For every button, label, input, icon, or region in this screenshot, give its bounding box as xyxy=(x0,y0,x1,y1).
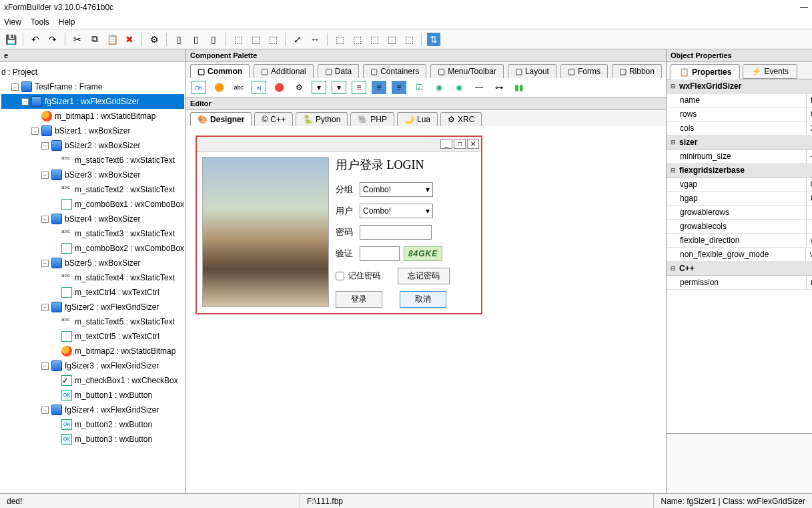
tree-item[interactable]: −fgSizer4 : wxFlexGridSizer xyxy=(1,403,184,417)
prop-value[interactable]: wxBOTH xyxy=(807,234,812,247)
prop-row[interactable]: growablecols xyxy=(667,220,812,234)
tree-item[interactable]: m_textCtrl4 : wxTextCtrl xyxy=(1,285,184,300)
line-widget-icon[interactable]: — xyxy=(472,81,486,94)
object-tree[interactable]: d : Project−TestFrame : Frame−fgSizer1 :… xyxy=(0,62,185,493)
radio2-widget-icon[interactable]: ◉ xyxy=(452,81,466,94)
delete-icon[interactable]: ✖ xyxy=(123,33,136,46)
layout-icon[interactable]: ⬚ xyxy=(232,33,245,46)
stretch-icon[interactable]: ↔ xyxy=(308,33,322,46)
prop-row[interactable]: growablerows xyxy=(667,206,812,220)
maximize-icon[interactable]: □ xyxy=(454,139,466,149)
tree-item[interactable]: abcm_staticText3 : wxStaticText xyxy=(1,226,184,241)
minimize-icon[interactable]: — xyxy=(800,3,808,12)
border-icon[interactable]: ⬚ xyxy=(350,33,364,46)
align-center-icon[interactable]: ▯ xyxy=(189,33,203,46)
prop-value[interactable]: -1; -1 xyxy=(807,150,812,163)
border-icon[interactable]: ⬚ xyxy=(402,33,416,46)
border-icon[interactable]: ⬚ xyxy=(385,33,398,46)
prop-value[interactable]: 0 xyxy=(807,192,812,205)
editor-tab-c++[interactable]: ©C++ xyxy=(254,112,293,126)
tab-events[interactable]: ⚡Events xyxy=(743,64,797,79)
palette-tab-data[interactable]: ▢Data xyxy=(318,64,359,78)
tree-toggle-icon[interactable]: − xyxy=(11,83,19,91)
tree-item[interactable]: OKm_button1 : wxButton xyxy=(1,388,184,403)
prop-value[interactable]: 0 xyxy=(807,178,812,191)
tree-toggle-icon[interactable]: − xyxy=(41,407,49,414)
prop-value[interactable]: 0 xyxy=(807,107,812,121)
layout-icon[interactable]: ⬚ xyxy=(266,33,280,46)
group-combo[interactable]: Combo!▾ xyxy=(360,182,433,197)
close-icon[interactable]: ✕ xyxy=(467,139,479,149)
tree-item[interactable]: ✓m_checkBox1 : wxCheckBox xyxy=(1,373,184,388)
palette-tab-forms[interactable]: ▢Forms xyxy=(560,64,608,78)
tree-item[interactable]: OKm_button3 : wxButton xyxy=(1,432,184,447)
palette-tab-common[interactable]: ▢Common xyxy=(190,64,250,78)
palette-tab-ribbon[interactable]: ▢Ribbon xyxy=(612,64,662,78)
tree-item[interactable]: m_comboBox2 : wxComboBox xyxy=(1,241,184,256)
prop-row[interactable]: minimum_size-1; -1 xyxy=(667,150,812,164)
prop-value[interactable]: wxFLEX_GROWMODE_SP xyxy=(806,248,812,261)
list-widget-icon[interactable]: ≡ xyxy=(372,81,386,94)
settings-icon[interactable]: ⚙ xyxy=(147,33,161,46)
save-icon[interactable]: 💾 xyxy=(4,33,17,46)
tree-toggle-icon[interactable]: − xyxy=(41,260,49,267)
prop-row[interactable]: namefgSizer1 xyxy=(667,93,812,107)
tree-item[interactable]: m_textCtrl5 : wxTextCtrl xyxy=(1,329,184,344)
prop-row[interactable]: cols2 xyxy=(667,121,812,136)
user-combo[interactable]: Combo!▾ xyxy=(360,204,433,218)
palette-tab-layout[interactable]: ▢Layout xyxy=(508,64,556,78)
palette-tab-menu/toolbar[interactable]: ▢Menu/Toolbar xyxy=(430,64,504,78)
tree-toggle-icon[interactable]: − xyxy=(41,362,49,370)
prop-value[interactable] xyxy=(807,220,812,233)
menu-tools[interactable]: Tools xyxy=(31,17,49,27)
tree-item[interactable]: −TestFrame : Frame xyxy=(1,79,184,94)
redo-icon[interactable]: ↷ xyxy=(46,33,59,46)
tree-item[interactable]: −bSizer1 : wxBoxSizer xyxy=(1,123,184,138)
prop-row[interactable]: non_flexible_grow_modewxFLEX_GROWMODE_SP xyxy=(667,248,812,262)
editor-tab-lua[interactable]: 🌙Lua xyxy=(397,112,438,126)
tree-item[interactable]: −bSizer4 : wxBoxSizer xyxy=(1,212,184,226)
tree-item[interactable]: abcm_staticText6 : wxStaticText xyxy=(1,153,184,168)
tree-item[interactable]: −bSizer3 : wxBoxSizer xyxy=(1,168,184,182)
border-icon[interactable]: ⬚ xyxy=(333,33,346,46)
tree-toggle-icon[interactable]: − xyxy=(41,216,49,223)
bitmap-widget-icon[interactable]: 🟠 xyxy=(212,81,226,94)
tree-root[interactable]: d : Project xyxy=(1,65,184,79)
tree-toggle-icon[interactable]: − xyxy=(31,128,39,135)
tree-item[interactable]: m_bitmap1 : wxStaticBitmap xyxy=(1,109,184,123)
palette-tab-containers[interactable]: ▢Containers xyxy=(363,64,426,78)
align-left-icon[interactable]: ▯ xyxy=(172,33,185,46)
prop-row[interactable]: rows0 xyxy=(667,107,812,121)
checkbox-widget-icon[interactable]: ☑ xyxy=(412,81,426,94)
tree-toggle-icon[interactable]: − xyxy=(21,98,29,105)
tree-item[interactable]: abcm_staticText4 : wxStaticText xyxy=(1,270,184,285)
prop-category[interactable]: ⊟wxFlexGridSizer xyxy=(667,79,812,93)
radio-widget-icon[interactable]: ◉ xyxy=(432,81,446,94)
prop-row[interactable]: hgap0 xyxy=(667,192,812,206)
align-right-icon[interactable]: ▯ xyxy=(207,33,220,46)
slider-widget-icon[interactable]: ⊶ xyxy=(492,81,506,94)
login-button[interactable]: 登录 xyxy=(336,291,382,308)
prop-row[interactable]: permissionnone xyxy=(667,276,812,290)
combo-widget-icon[interactable]: ▾ xyxy=(312,81,326,94)
border-icon[interactable]: ⬚ xyxy=(368,33,381,46)
cut-icon[interactable]: ✂ xyxy=(71,33,84,46)
editor-tab-python[interactable]: 🐍Python xyxy=(296,112,348,126)
prop-category[interactable]: ⊟C++ xyxy=(667,262,812,276)
tree-item[interactable]: m_comboBox1 : wxComboBox xyxy=(1,197,184,212)
property-grid[interactable]: ⊟wxFlexGridSizernamefgSizer1rows0cols2⊟s… xyxy=(667,79,812,433)
tree-toggle-icon[interactable]: − xyxy=(41,304,49,311)
tree-item[interactable]: −fgSizer2 : wxFlexGridSizer xyxy=(1,300,184,314)
tree-item[interactable]: −fgSizer1 : wxFlexGridSizer xyxy=(1,94,184,109)
tab-properties[interactable]: 📋Properties xyxy=(671,64,740,79)
listbox-widget-icon[interactable]: ≡ xyxy=(352,81,366,94)
tree-item[interactable]: abcm_staticText2 : wxStaticText xyxy=(1,182,184,197)
text-widget-icon[interactable]: abc xyxy=(232,81,246,94)
editor-tab-php[interactable]: 🐘PHP xyxy=(350,112,394,126)
tree-item[interactable]: OKm_button2 : wxButton xyxy=(1,417,184,432)
tree-toggle-icon[interactable]: − xyxy=(41,142,49,150)
cancel-button[interactable]: 取消 xyxy=(400,291,446,308)
verify-input[interactable] xyxy=(360,246,400,261)
tree-item[interactable]: abcm_staticText5 : wxStaticText xyxy=(1,314,184,329)
swap-icon[interactable]: ⇅ xyxy=(427,33,440,46)
